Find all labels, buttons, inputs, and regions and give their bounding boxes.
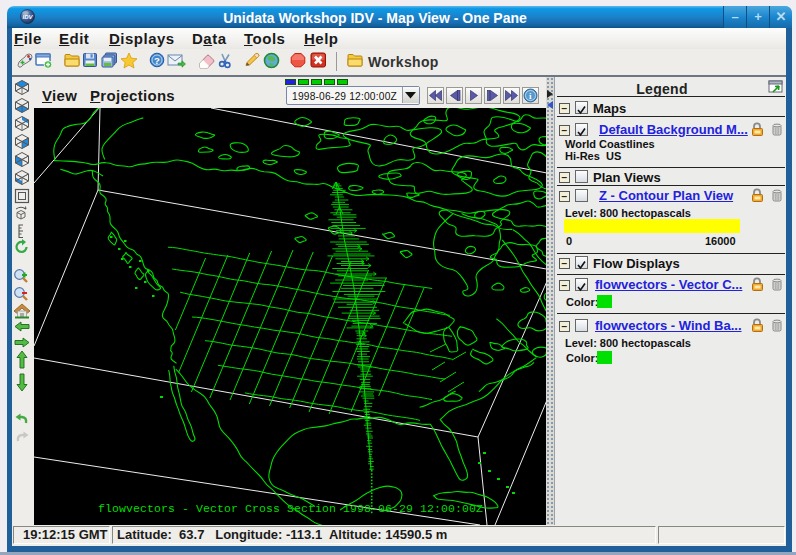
svg-text:flowvectors - Vector Cross Sec: flowvectors - Vector Cross Section 1998-…: [98, 502, 483, 515]
svg-text:?: ?: [154, 55, 160, 66]
svg-text:i: i: [529, 91, 532, 101]
